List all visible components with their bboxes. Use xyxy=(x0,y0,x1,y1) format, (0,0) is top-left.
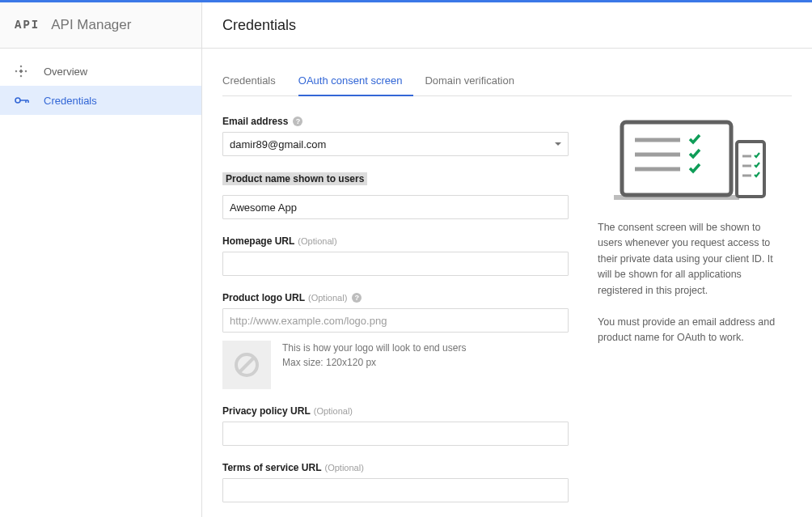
form-column: Email address ? damir89@gmail.com Produc… xyxy=(222,116,569,517)
logo-url-input[interactable] xyxy=(222,308,569,333)
homepage-label: Homepage URL xyxy=(222,235,294,247)
logo-hint: This is how your logo will look to end u… xyxy=(282,341,466,389)
tab-credentials[interactable]: Credentials xyxy=(222,66,287,96)
logo-preview-row: This is how your logo will look to end u… xyxy=(222,341,569,389)
field-logo: Product logo URL (Optional) ? xyxy=(222,292,569,389)
svg-point-5 xyxy=(15,98,20,103)
optional-text: (Optional) xyxy=(308,293,347,303)
overview-icon xyxy=(15,65,32,78)
logo-label-row: Product logo URL (Optional) ? xyxy=(222,292,569,303)
homepage-label-row: Homepage URL (Optional) xyxy=(222,235,569,247)
help-icon[interactable]: ? xyxy=(352,293,362,303)
field-privacy: Privacy policy URL (Optional) xyxy=(222,405,569,446)
chevron-down-icon xyxy=(555,142,561,146)
optional-text: (Optional) xyxy=(325,463,364,473)
tos-url-input[interactable] xyxy=(222,478,569,502)
brand-bar: API API Manager xyxy=(0,2,201,49)
product-name-input[interactable] xyxy=(222,195,569,219)
sidebar-item-overview[interactable]: Overview xyxy=(0,57,201,86)
tos-label: Terms of service URL xyxy=(222,462,322,473)
sidebar-item-label: Overview xyxy=(44,66,87,78)
page-header: Credentials xyxy=(202,2,812,49)
logo-label: Product logo URL xyxy=(222,292,305,303)
sidebar-item-label: Credentials xyxy=(44,95,97,107)
svg-rect-3 xyxy=(20,75,23,78)
aside-paragraph-2: You must provide an email address and pr… xyxy=(598,315,776,346)
privacy-label: Privacy policy URL xyxy=(222,405,311,417)
email-label: Email address xyxy=(222,116,288,127)
brand-title: API Manager xyxy=(51,17,131,33)
sidebar: API API Manager Overview Credentials xyxy=(0,2,202,517)
sidebar-item-credentials[interactable]: Credentials xyxy=(0,86,201,115)
tos-label-row: Terms of service URL (Optional) xyxy=(222,462,569,473)
key-icon xyxy=(15,96,32,104)
main-panel: Credentials Credentials OAuth consent sc… xyxy=(202,2,812,517)
aside-paragraph-1: The consent screen will be shown to user… xyxy=(598,220,776,299)
tab-domain-verification[interactable]: Domain verification xyxy=(425,66,526,96)
email-value: damir89@gmail.com xyxy=(230,138,326,150)
sidebar-nav: Overview Credentials xyxy=(0,49,201,115)
product-name-label: Product name shown to users xyxy=(222,172,367,185)
privacy-url-input[interactable] xyxy=(222,422,569,446)
logo-hint-line1: This is how your logo will look to end u… xyxy=(282,341,466,355)
homepage-input[interactable] xyxy=(222,252,569,276)
svg-rect-1 xyxy=(20,66,23,68)
field-homepage: Homepage URL (Optional) xyxy=(222,235,569,276)
svg-rect-0 xyxy=(15,70,18,73)
help-icon[interactable]: ? xyxy=(293,117,302,126)
field-email: Email address ? damir89@gmail.com xyxy=(222,116,569,156)
svg-line-7 xyxy=(239,358,254,372)
tab-bar: Credentials OAuth consent screen Domain … xyxy=(222,66,792,96)
svg-rect-9 xyxy=(622,122,731,195)
consent-illustration xyxy=(598,116,776,201)
logo-hint-line2: Max size: 120x120 px xyxy=(282,355,466,370)
app-shell: API API Manager Overview Credentials Cre… xyxy=(0,2,812,517)
aside-column: The consent screen will be shown to user… xyxy=(598,116,776,517)
field-product-name: Product name shown to users xyxy=(222,172,569,219)
privacy-label-row: Privacy policy URL (Optional) xyxy=(222,405,569,417)
body-columns: Email address ? damir89@gmail.com Produc… xyxy=(222,116,792,517)
page-title: Credentials xyxy=(222,17,296,34)
tab-oauth-consent[interactable]: OAuth consent screen xyxy=(298,66,414,96)
svg-rect-2 xyxy=(25,70,27,73)
email-label-row: Email address ? xyxy=(222,116,569,127)
brand-logo: API xyxy=(15,19,40,32)
email-select[interactable]: damir89@gmail.com xyxy=(222,132,569,156)
optional-text: (Optional) xyxy=(298,236,336,246)
svg-rect-4 xyxy=(19,69,23,73)
logo-placeholder-box xyxy=(222,341,271,389)
svg-rect-13 xyxy=(737,142,764,197)
optional-text: (Optional) xyxy=(314,406,353,416)
field-tos: Terms of service URL (Optional) xyxy=(222,462,569,502)
content-area: Credentials OAuth consent screen Domain … xyxy=(202,49,812,517)
no-logo-icon xyxy=(233,351,260,379)
